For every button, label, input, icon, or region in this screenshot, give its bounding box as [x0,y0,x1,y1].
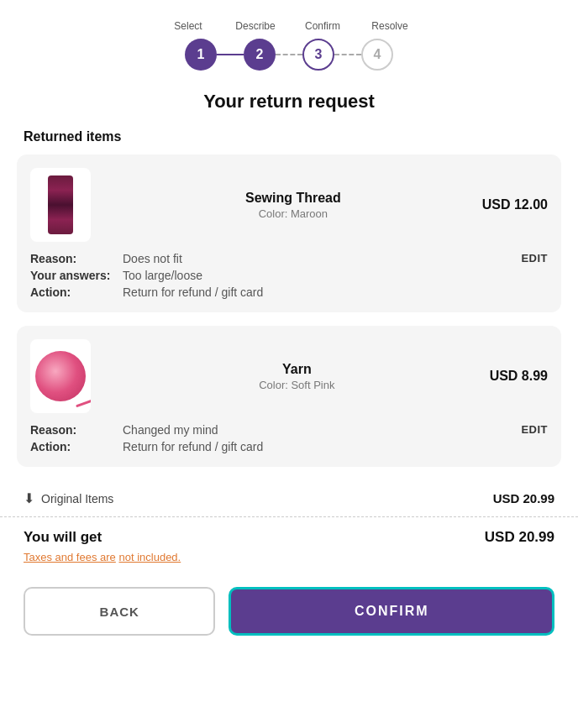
item-image-2 [30,339,91,413]
answers-row-1: Your answers: Too large/loose [30,269,548,282]
reason-label-2: Reason: [30,423,123,437]
you-will-get-label: You will get [24,529,102,546]
item-name-2: Yarn [104,362,490,377]
answers-value-1: Too large/loose [123,269,548,282]
thread-icon [48,175,73,234]
download-icon: ⬇ [24,490,34,506]
summary-label: Original Items [41,492,113,505]
reason-row-2: Reason: Changed my mind EDIT [30,423,548,437]
reason-value-1: Does not fit [123,252,511,265]
stepper: Select Describe Confirm Resolve 1 2 3 4 [0,0,578,84]
step-2-circle: 2 [244,39,276,71]
action-value-2: Return for refund / gift card [123,440,548,453]
item-color-2: Color: Soft Pink [104,379,490,391]
reason-value-2: Changed my mind [123,423,511,437]
item-price-2: USD 8.99 [490,369,548,384]
returned-items-label: Returned items [0,129,578,144]
reason-label-1: Reason: [30,252,123,265]
item-price-1: USD 12.00 [482,197,548,212]
item-card-2: Yarn Color: Soft Pink USD 8.99 Reason: C… [17,326,561,467]
item-info-1: Sewing Thread Color: Maroon [104,191,482,220]
taxes-note: Taxes and fees are not included. [0,549,578,577]
item-name-1: Sewing Thread [104,191,482,206]
summary-left: ⬇ Original Items [24,490,113,506]
action-label-2: Action: [30,440,123,453]
step-label-2: Describe [222,20,289,32]
yarn-tail [76,400,91,408]
back-button[interactable]: BACK [24,587,215,636]
you-will-get-row: You will get USD 20.99 [0,517,578,549]
step-connector-2-3 [276,54,302,55]
step-4-circle: 4 [361,39,393,71]
tax-note-link[interactable]: not included. [118,551,181,563]
step-label-3: Confirm [289,20,356,32]
stepper-steps: 1 2 3 4 [185,39,393,71]
summary-amount: USD 20.99 [493,491,554,505]
action-row-1: Action: Return for refund / gift card [30,285,548,299]
step-connector-3-4 [334,54,361,55]
summary-row: ⬇ Original Items USD 20.99 [0,480,578,517]
item-card-1: Sewing Thread Color: Maroon USD 12.00 Re… [17,155,561,312]
stepper-labels: Select Describe Confirm Resolve [155,20,423,32]
step-label-4: Resolve [356,20,423,32]
buttons-row: BACK CONFIRM [0,577,578,656]
item-image-1 [30,168,91,242]
page-title: Your return request [0,91,578,113]
reason-row-1: Reason: Does not fit EDIT [30,252,548,265]
edit-button-2[interactable]: EDIT [511,423,548,436]
answers-label-1: Your answers: [30,269,123,282]
step-1-circle: 1 [185,39,217,71]
yarn-icon [35,351,86,401]
action-row-2: Action: Return for refund / gift card [30,440,548,453]
step-label-1: Select [155,20,222,32]
edit-button-1[interactable]: EDIT [511,252,548,264]
item-details-2: Reason: Changed my mind EDIT Action: Ret… [30,423,548,453]
item-color-1: Color: Maroon [104,207,482,220]
item-header-1: Sewing Thread Color: Maroon USD 12.00 [30,168,548,242]
action-value-1: Return for refund / gift card [123,285,548,299]
step-3-circle: 3 [302,39,334,71]
step-connector-1-2 [217,54,244,55]
item-info-2: Yarn Color: Soft Pink [104,362,490,391]
item-details-1: Reason: Does not fit EDIT Your answers: … [30,252,548,299]
item-header-2: Yarn Color: Soft Pink USD 8.99 [30,339,548,413]
you-will-get-amount: USD 20.99 [485,529,554,546]
action-label-1: Action: [30,285,123,299]
confirm-button[interactable]: CONFIRM [229,587,554,636]
